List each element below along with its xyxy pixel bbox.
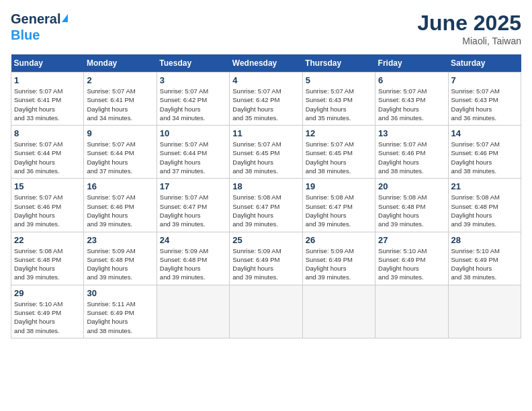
day-number: 18 — [232, 181, 299, 191]
location: Miaoli, Taiwan — [417, 36, 521, 46]
title-section: June 2025 Miaoli, Taiwan — [417, 11, 521, 46]
day-detail: Sunrise: 5:07 AMSunset: 6:47 PMDaylight … — [160, 193, 208, 228]
day-number: 2 — [87, 75, 153, 85]
day-cell: 26 Sunrise: 5:09 AMSunset: 6:49 PMDaylig… — [302, 232, 375, 285]
day-cell: 7 Sunrise: 5:07 AMSunset: 6:43 PMDayligh… — [448, 73, 521, 126]
col-monday: Monday — [84, 54, 157, 73]
day-detail: Sunrise: 5:09 AMSunset: 6:48 PMDaylight … — [87, 247, 135, 281]
day-cell: 2 Sunrise: 5:07 AMSunset: 6:41 PMDayligh… — [84, 73, 157, 126]
day-cell: 27 Sunrise: 5:10 AMSunset: 6:49 PMDaylig… — [375, 232, 448, 285]
day-detail: Sunrise: 5:07 AMSunset: 6:45 PMDaylight … — [306, 140, 354, 175]
logo-line2: Blue — [11, 27, 40, 43]
day-number: 10 — [160, 128, 226, 138]
day-detail: Sunrise: 5:08 AMSunset: 6:48 PMDaylight … — [378, 193, 427, 228]
col-sunday: Sunday — [11, 54, 84, 73]
day-number: 27 — [378, 235, 445, 245]
day-cell: 8 Sunrise: 5:07 AMSunset: 6:44 PMDayligh… — [11, 126, 84, 179]
day-number: 23 — [87, 235, 153, 245]
day-number: 28 — [451, 235, 518, 245]
day-number: 6 — [378, 75, 445, 85]
empty-cell — [230, 285, 302, 338]
calendar-row: 1 Sunrise: 5:07 AMSunset: 6:41 PMDayligh… — [11, 73, 521, 126]
logo: General Blue — [11, 11, 68, 43]
day-cell: 29 Sunrise: 5:10 AMSunset: 6:49 PMDaylig… — [11, 285, 84, 338]
day-detail: Sunrise: 5:07 AMSunset: 6:44 PMDaylight … — [14, 140, 62, 175]
col-wednesday: Wednesday — [230, 54, 302, 73]
day-number: 14 — [451, 128, 518, 138]
calendar-row: 8 Sunrise: 5:07 AMSunset: 6:44 PMDayligh… — [11, 126, 521, 179]
col-saturday: Saturday — [448, 54, 521, 73]
day-detail: Sunrise: 5:09 AMSunset: 6:49 PMDaylight … — [232, 247, 281, 281]
day-detail: Sunrise: 5:07 AMSunset: 6:41 PMDaylight … — [14, 87, 62, 122]
day-number: 8 — [14, 128, 81, 138]
day-cell: 15 Sunrise: 5:07 AMSunset: 6:46 PMDaylig… — [11, 179, 84, 232]
day-cell: 11 Sunrise: 5:07 AMSunset: 6:45 PMDaylig… — [230, 126, 302, 179]
day-number: 16 — [87, 181, 153, 191]
day-detail: Sunrise: 5:10 AMSunset: 6:49 PMDaylight … — [451, 247, 500, 281]
day-cell: 4 Sunrise: 5:07 AMSunset: 6:42 PMDayligh… — [230, 73, 302, 126]
day-detail: Sunrise: 5:07 AMSunset: 6:44 PMDaylight … — [160, 140, 208, 175]
day-number: 11 — [232, 128, 299, 138]
day-number: 26 — [306, 235, 372, 245]
day-detail: Sunrise: 5:07 AMSunset: 6:46 PMDaylight … — [378, 140, 427, 175]
day-detail: Sunrise: 5:07 AMSunset: 6:43 PMDaylight … — [306, 87, 354, 122]
day-cell: 30 Sunrise: 5:11 AMSunset: 6:49 PMDaylig… — [84, 285, 157, 338]
month-title: June 2025 — [417, 11, 521, 36]
col-thursday: Thursday — [302, 54, 375, 73]
day-detail: Sunrise: 5:07 AMSunset: 6:46 PMDaylight … — [14, 193, 62, 228]
day-cell: 24 Sunrise: 5:09 AMSunset: 6:48 PMDaylig… — [157, 232, 229, 285]
col-friday: Friday — [375, 54, 448, 73]
day-detail: Sunrise: 5:10 AMSunset: 6:49 PMDaylight … — [378, 247, 427, 281]
day-cell: 23 Sunrise: 5:09 AMSunset: 6:48 PMDaylig… — [84, 232, 157, 285]
day-detail: Sunrise: 5:11 AMSunset: 6:49 PMDaylight … — [87, 300, 135, 334]
day-detail: Sunrise: 5:07 AMSunset: 6:42 PMDaylight … — [232, 87, 281, 122]
day-cell: 19 Sunrise: 5:08 AMSunset: 6:47 PMDaylig… — [302, 179, 375, 232]
calendar-row: 15 Sunrise: 5:07 AMSunset: 6:46 PMDaylig… — [11, 179, 521, 232]
day-number: 30 — [87, 288, 153, 298]
day-number: 13 — [378, 128, 445, 138]
day-cell: 21 Sunrise: 5:08 AMSunset: 6:48 PMDaylig… — [448, 179, 521, 232]
header-row: Sunday Monday Tuesday Wednesday Thursday… — [11, 54, 521, 73]
day-number: 5 — [306, 75, 372, 85]
day-detail: Sunrise: 5:07 AMSunset: 6:42 PMDaylight … — [160, 87, 208, 122]
day-cell: 16 Sunrise: 5:07 AMSunset: 6:46 PMDaylig… — [84, 179, 157, 232]
empty-cell — [375, 285, 448, 338]
day-cell: 13 Sunrise: 5:07 AMSunset: 6:46 PMDaylig… — [375, 126, 448, 179]
day-cell: 14 Sunrise: 5:07 AMSunset: 6:46 PMDaylig… — [448, 126, 521, 179]
day-detail: Sunrise: 5:07 AMSunset: 6:44 PMDaylight … — [87, 140, 135, 175]
empty-cell — [157, 285, 229, 338]
day-number: 3 — [160, 75, 226, 85]
day-cell: 12 Sunrise: 5:07 AMSunset: 6:45 PMDaylig… — [302, 126, 375, 179]
day-cell: 17 Sunrise: 5:07 AMSunset: 6:47 PMDaylig… — [157, 179, 229, 232]
day-cell: 6 Sunrise: 5:07 AMSunset: 6:43 PMDayligh… — [375, 73, 448, 126]
day-detail: Sunrise: 5:07 AMSunset: 6:45 PMDaylight … — [232, 140, 281, 175]
day-detail: Sunrise: 5:10 AMSunset: 6:49 PMDaylight … — [14, 300, 62, 334]
day-cell: 1 Sunrise: 5:07 AMSunset: 6:41 PMDayligh… — [11, 73, 84, 126]
day-detail: Sunrise: 5:07 AMSunset: 6:46 PMDaylight … — [87, 193, 135, 228]
day-number: 7 — [451, 75, 518, 85]
day-number: 21 — [451, 181, 518, 191]
day-cell: 18 Sunrise: 5:08 AMSunset: 6:47 PMDaylig… — [230, 179, 302, 232]
calendar-row: 22 Sunrise: 5:08 AMSunset: 6:48 PMDaylig… — [11, 232, 521, 285]
day-number: 25 — [232, 235, 299, 245]
day-cell: 25 Sunrise: 5:09 AMSunset: 6:49 PMDaylig… — [230, 232, 302, 285]
day-detail: Sunrise: 5:08 AMSunset: 6:48 PMDaylight … — [14, 247, 62, 281]
day-number: 20 — [378, 181, 445, 191]
calendar-row: 29 Sunrise: 5:10 AMSunset: 6:49 PMDaylig… — [11, 285, 521, 338]
day-number: 12 — [306, 128, 372, 138]
calendar-table: Sunday Monday Tuesday Wednesday Thursday… — [11, 54, 521, 338]
day-detail: Sunrise: 5:09 AMSunset: 6:48 PMDaylight … — [160, 247, 208, 281]
day-number: 15 — [14, 181, 81, 191]
day-detail: Sunrise: 5:07 AMSunset: 6:43 PMDaylight … — [378, 87, 427, 122]
day-number: 1 — [14, 75, 81, 85]
day-number: 4 — [232, 75, 299, 85]
day-cell: 22 Sunrise: 5:08 AMSunset: 6:48 PMDaylig… — [11, 232, 84, 285]
col-tuesday: Tuesday — [157, 54, 229, 73]
day-number: 24 — [160, 235, 226, 245]
day-detail: Sunrise: 5:08 AMSunset: 6:47 PMDaylight … — [306, 193, 354, 228]
empty-cell — [448, 285, 521, 338]
day-number: 22 — [14, 235, 81, 245]
day-detail: Sunrise: 5:08 AMSunset: 6:47 PMDaylight … — [232, 193, 281, 228]
day-cell: 10 Sunrise: 5:07 AMSunset: 6:44 PMDaylig… — [157, 126, 229, 179]
day-detail: Sunrise: 5:08 AMSunset: 6:48 PMDaylight … — [451, 193, 500, 228]
